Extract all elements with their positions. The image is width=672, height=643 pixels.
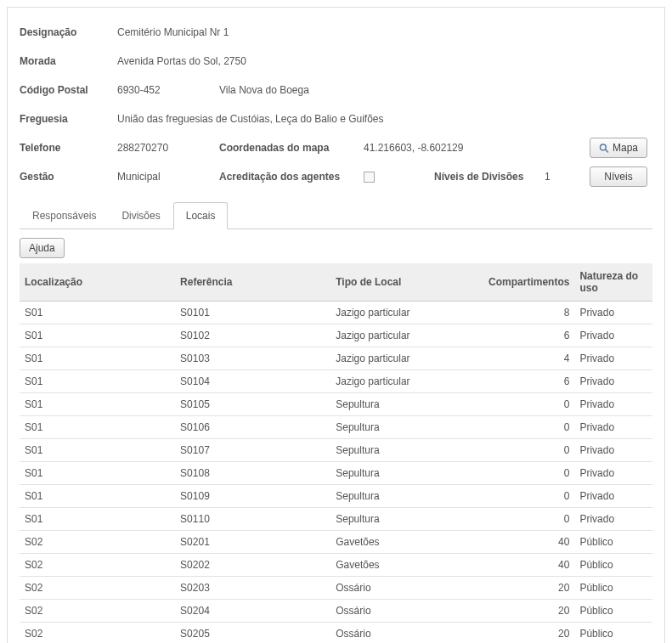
cell-localizacao: S01 bbox=[20, 302, 175, 324]
toolbar: Ajuda bbox=[20, 238, 652, 258]
label-acreditacao: Acreditação dos agentes bbox=[219, 171, 355, 183]
value-localidade: Vila Nova do Boega bbox=[219, 84, 309, 96]
value-morada: Avenida Portas do Sol, 2750 bbox=[117, 55, 246, 67]
cell-referencia: S0106 bbox=[175, 416, 330, 439]
cell-natureza: Público bbox=[574, 600, 652, 623]
row-gestao: Gestão Municipal Acreditação dos agentes… bbox=[20, 162, 652, 191]
cell-tipo: Sepultura bbox=[330, 393, 482, 416]
cell-localizacao: S01 bbox=[20, 347, 175, 370]
cell-compartimentos: 6 bbox=[482, 324, 574, 347]
label-designacao: Designação bbox=[20, 26, 109, 38]
cell-localizacao: S02 bbox=[20, 623, 175, 644]
cell-tipo: Ossário bbox=[330, 623, 482, 644]
cell-compartimentos: 40 bbox=[482, 554, 574, 577]
table-row[interactable]: S01S0110Sepultura0Privado bbox=[20, 508, 652, 531]
cell-tipo: Sepultura bbox=[330, 485, 482, 508]
cell-tipo: Sepultura bbox=[330, 462, 482, 485]
th-compartimentos[interactable]: Compartimentos bbox=[482, 263, 574, 302]
cell-referencia: S0203 bbox=[175, 577, 330, 600]
cell-tipo: Sepultura bbox=[330, 508, 482, 531]
th-referencia[interactable]: Referência bbox=[175, 263, 330, 302]
mapa-button-label: Mapa bbox=[613, 142, 638, 154]
cell-referencia: S0110 bbox=[175, 508, 330, 531]
table-row[interactable]: S01S0108Sepultura0Privado bbox=[20, 462, 652, 485]
cell-natureza: Público bbox=[574, 577, 652, 600]
th-natureza[interactable]: Natureza do uso bbox=[574, 263, 652, 302]
cell-compartimentos: 40 bbox=[482, 531, 574, 554]
cell-natureza: Privado bbox=[574, 347, 652, 370]
cell-compartimentos: 8 bbox=[482, 302, 574, 324]
cell-tipo: Sepultura bbox=[330, 439, 482, 462]
th-localizacao[interactable]: Localização bbox=[20, 263, 175, 302]
cell-compartimentos: 20 bbox=[482, 623, 574, 644]
cell-localizacao: S01 bbox=[20, 508, 175, 531]
cell-localizacao: S01 bbox=[20, 485, 175, 508]
cell-natureza: Privado bbox=[574, 324, 652, 347]
row-telefone: Telefone 288270270 Coordenadas do mapa 4… bbox=[20, 133, 652, 162]
niveis-button[interactable]: Níveis bbox=[590, 166, 647, 187]
table-row[interactable]: S01S0104Jazigo particular6Privado bbox=[20, 370, 652, 393]
th-tipo[interactable]: Tipo de Local bbox=[330, 263, 482, 302]
cell-tipo: Jazigo particular bbox=[330, 324, 482, 347]
row-freguesia: Freguesia União das freguesias de Custói… bbox=[20, 104, 652, 133]
cell-localizacao: S01 bbox=[20, 324, 175, 347]
row-designacao: Designação Cemitério Municipal Nr 1 bbox=[20, 18, 652, 47]
cell-referencia: S0201 bbox=[175, 531, 330, 554]
label-niveis: Níveis de Divisões bbox=[434, 171, 536, 183]
table-row[interactable]: S01S0106Sepultura0Privado bbox=[20, 416, 652, 439]
table-header-row: Localização Referência Tipo de Local Com… bbox=[20, 263, 652, 302]
table-row[interactable]: S02S0205Ossário20Público bbox=[20, 623, 652, 644]
cell-compartimentos: 0 bbox=[482, 416, 574, 439]
cell-referencia: S0109 bbox=[175, 485, 330, 508]
table-row[interactable]: S01S0101Jazigo particular8Privado bbox=[20, 302, 652, 324]
cell-referencia: S0202 bbox=[175, 554, 330, 577]
value-gestao: Municipal bbox=[117, 171, 211, 183]
table-row[interactable]: S02S0201Gavetões40Público bbox=[20, 531, 652, 554]
table-row[interactable]: S02S0203Ossário20Público bbox=[20, 577, 652, 600]
locais-table: Localização Referência Tipo de Local Com… bbox=[20, 263, 652, 643]
cell-natureza: Privado bbox=[574, 485, 652, 508]
cell-localizacao: S02 bbox=[20, 554, 175, 577]
cell-tipo: Jazigo particular bbox=[330, 370, 482, 393]
cell-localizacao: S02 bbox=[20, 600, 175, 623]
acreditacao-checkbox[interactable] bbox=[364, 172, 375, 183]
row-morada: Morada Avenida Portas do Sol, 2750 bbox=[20, 47, 652, 76]
table-row[interactable]: S01S0107Sepultura0Privado bbox=[20, 439, 652, 462]
svg-line-1 bbox=[605, 149, 607, 151]
cell-compartimentos: 0 bbox=[482, 508, 574, 531]
cell-referencia: S0107 bbox=[175, 439, 330, 462]
cell-natureza: Privado bbox=[574, 508, 652, 531]
tab-locais[interactable]: Locais bbox=[173, 202, 229, 229]
cell-natureza: Privado bbox=[574, 416, 652, 439]
cell-localizacao: S02 bbox=[20, 531, 175, 554]
table-row[interactable]: S02S0202Gavetões40Público bbox=[20, 554, 652, 577]
label-codigo-postal: Código Postal bbox=[20, 84, 109, 96]
value-codigo-postal: 6930-452 bbox=[117, 84, 211, 96]
cell-compartimentos: 20 bbox=[482, 600, 574, 623]
cell-compartimentos: 6 bbox=[482, 370, 574, 393]
tab-responsaveis[interactable]: Responsáveis bbox=[20, 202, 109, 229]
table-row[interactable]: S01S0102Jazigo particular6Privado bbox=[20, 324, 652, 347]
cell-tipo: Ossário bbox=[330, 600, 482, 623]
tab-divisoes[interactable]: Divisões bbox=[109, 202, 172, 229]
cell-referencia: S0105 bbox=[175, 393, 330, 416]
table-row[interactable]: S02S0204Ossário20Público bbox=[20, 600, 652, 623]
cell-localizacao: S01 bbox=[20, 439, 175, 462]
table-row[interactable]: S01S0109Sepultura0Privado bbox=[20, 485, 652, 508]
value-telefone: 288270270 bbox=[117, 142, 211, 154]
label-gestao: Gestão bbox=[20, 171, 109, 183]
table-row[interactable]: S01S0105Sepultura0Privado bbox=[20, 393, 652, 416]
cell-referencia: S0103 bbox=[175, 347, 330, 370]
cell-tipo: Sepultura bbox=[330, 416, 482, 439]
mapa-button[interactable]: Mapa bbox=[590, 138, 647, 158]
table-row[interactable]: S01S0103Jazigo particular4Privado bbox=[20, 347, 652, 370]
cell-natureza: Privado bbox=[574, 370, 652, 393]
ajuda-button[interactable]: Ajuda bbox=[20, 238, 65, 258]
cell-tipo: Jazigo particular bbox=[330, 347, 482, 370]
label-coordenadas: Coordenadas do mapa bbox=[219, 142, 355, 154]
cell-natureza: Privado bbox=[574, 393, 652, 416]
magnifier-icon bbox=[599, 143, 609, 154]
cell-localizacao: S02 bbox=[20, 577, 175, 600]
cell-tipo: Ossário bbox=[330, 577, 482, 600]
label-freguesia: Freguesia bbox=[20, 113, 109, 125]
